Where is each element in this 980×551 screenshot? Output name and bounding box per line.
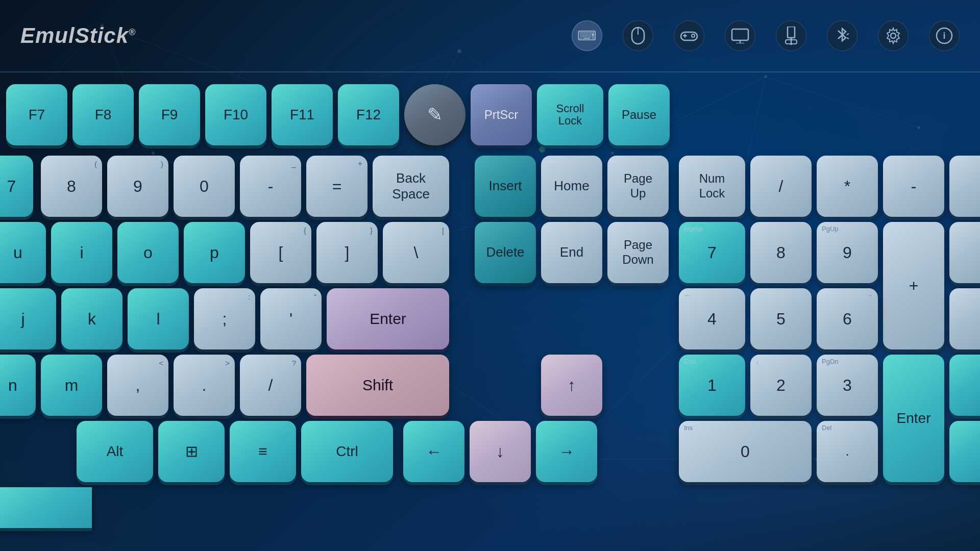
key-o[interactable]: o	[117, 222, 179, 283]
key-equals[interactable]: + =	[306, 156, 368, 217]
top-bar: EmulStick® ⌨	[0, 0, 980, 71]
key-i[interactable]: i	[51, 222, 112, 283]
key-numpad-0[interactable]: Ins 0	[679, 421, 812, 482]
key-f10[interactable]: F10	[205, 84, 266, 145]
key-numpad-star[interactable]: *	[817, 156, 878, 217]
monitor-nav-icon[interactable]	[725, 20, 755, 51]
key-comma[interactable]: < ,	[107, 355, 168, 416]
key-delete[interactable]: Delete	[475, 222, 536, 283]
divider	[0, 71, 980, 72]
key-insert[interactable]: Insert	[475, 156, 536, 217]
key-u[interactable]: u	[0, 222, 46, 283]
key-bottom-bar[interactable]	[0, 487, 92, 528]
key-enter[interactable]: Enter	[327, 288, 449, 349]
key-rbracket[interactable]: } ]	[316, 222, 378, 283]
key-backspace[interactable]: BackSpace	[373, 156, 449, 217]
key-prtscr[interactable]: PrtScr	[471, 84, 532, 145]
key-partial-r4	[949, 355, 980, 416]
svg-line-60	[847, 34, 849, 35]
toolbar-icons: ⌨	[572, 20, 960, 51]
svg-rect-57	[788, 27, 795, 38]
key-f7[interactable]: F7	[6, 84, 67, 145]
svg-point-31	[764, 75, 767, 78]
svg-rect-54	[732, 29, 748, 40]
key-f11[interactable]: F11	[272, 84, 333, 145]
key-f12[interactable]: F12	[338, 84, 399, 145]
key-scrolllock[interactable]: ScrollLock	[537, 84, 603, 145]
key-9[interactable]: ) 9	[107, 156, 168, 217]
key-menu[interactable]: ≡	[230, 421, 296, 482]
key-n[interactable]: n	[0, 355, 36, 416]
key-pagedown[interactable]: PageDown	[607, 222, 669, 283]
key-f9[interactable]: F9	[139, 84, 200, 145]
key-l[interactable]: l	[128, 288, 189, 349]
key-partial-r5	[949, 421, 980, 482]
key-numpad-plus[interactable]: +	[883, 222, 944, 349]
key-down[interactable]: ↓	[470, 421, 531, 482]
key-right[interactable]: →	[536, 421, 597, 482]
svg-point-51	[692, 34, 695, 37]
svg-text:i: i	[943, 31, 945, 41]
keyboard-nav-icon[interactable]: ⌨	[572, 20, 602, 51]
key-numpad-slash[interactable]: /	[750, 156, 812, 217]
key-numpad-1[interactable]: End 1	[679, 355, 745, 416]
usb-nav-icon[interactable]	[776, 20, 806, 51]
key-numlock[interactable]: NumLock	[679, 156, 745, 217]
svg-line-61	[847, 38, 849, 39]
key-p[interactable]: p	[184, 222, 245, 283]
key-numpad-2[interactable]: ↓ 2	[750, 355, 812, 416]
key-up[interactable]: ↑	[541, 355, 602, 416]
keyboard-area: F7 F8 F9 F10 F11 F12 ✎ PrtScr ScrollLock…	[0, 79, 980, 551]
key-numpad-8[interactable]: 8	[750, 222, 812, 283]
key-minus[interactable]: _ -	[240, 156, 301, 217]
key-8[interactable]: ( 8	[41, 156, 102, 217]
key-end[interactable]: End	[541, 222, 602, 283]
app-logo: EmulStick®	[20, 23, 136, 48]
key-home[interactable]: Home	[541, 156, 602, 217]
key-numpad-del[interactable]: Del .	[817, 421, 878, 482]
key-f8[interactable]: F8	[72, 84, 134, 145]
key-pen[interactable]: ✎	[404, 84, 465, 145]
key-pause[interactable]: Pause	[608, 84, 670, 145]
key-k[interactable]: k	[61, 288, 122, 349]
key-left[interactable]: ←	[403, 421, 464, 482]
key-period[interactable]: > .	[174, 355, 235, 416]
key-numpad-9[interactable]: PgUp 9	[817, 222, 878, 283]
key-numpad-7[interactable]: Home 7	[679, 222, 745, 283]
key-semicolon[interactable]: : ;	[194, 288, 255, 349]
key-numpad-enter[interactable]: Enter	[883, 355, 944, 482]
key-backslash[interactable]: | \	[383, 222, 449, 283]
key-j[interactable]: j	[0, 288, 56, 349]
info-nav-icon[interactable]: i	[929, 20, 960, 51]
svg-point-62	[891, 33, 896, 38]
key-numpad-extra[interactable]	[949, 156, 980, 217]
key-numpad-6[interactable]: → 6	[817, 288, 878, 349]
key-shift[interactable]: Shift	[306, 355, 449, 416]
key-7[interactable]: 7	[0, 156, 33, 217]
key-quote[interactable]: " '	[260, 288, 322, 349]
key-numpad-5[interactable]: 5	[750, 288, 812, 349]
settings-nav-icon[interactable]	[878, 20, 909, 51]
key-slash[interactable]: ? /	[240, 355, 301, 416]
key-numpad-minus[interactable]: -	[883, 156, 944, 217]
key-numpad-4[interactable]: ← 4	[679, 288, 745, 349]
key-alt[interactable]: Alt	[77, 421, 153, 482]
key-0[interactable]: 0	[174, 156, 235, 217]
key-partial-r3	[949, 288, 980, 349]
key-win[interactable]: ⊞	[158, 421, 225, 482]
key-ctrl[interactable]: Ctrl	[301, 421, 393, 482]
bluetooth-nav-icon[interactable]	[827, 20, 857, 51]
gamepad-nav-icon[interactable]	[674, 20, 704, 51]
key-lbracket[interactable]: { [	[250, 222, 311, 283]
key-m[interactable]: m	[41, 355, 102, 416]
key-numpad-3[interactable]: PgDn 3	[817, 355, 878, 416]
key-partial-r2	[949, 222, 980, 283]
mouse-nav-icon[interactable]	[623, 20, 653, 51]
key-pageup[interactable]: PageUp	[607, 156, 669, 217]
